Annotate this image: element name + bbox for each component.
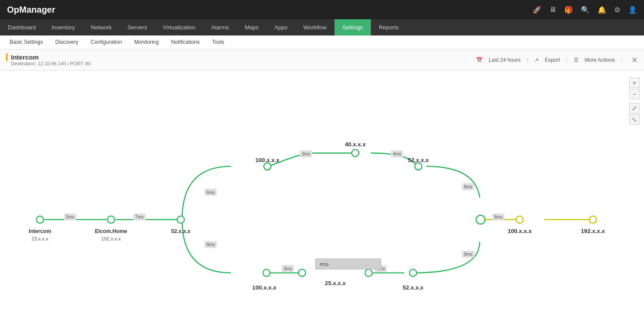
zoom-in-button[interactable]: + bbox=[629, 78, 640, 88]
svg-text:192.x.x.x: 192.x.x.x bbox=[581, 228, 605, 234]
app-logo: OpManager bbox=[7, 5, 55, 15]
export-icon: ↗ bbox=[534, 57, 539, 63]
monitor-icon[interactable]: 🖥 bbox=[549, 6, 556, 14]
svg-text:9ms: 9ms bbox=[464, 252, 472, 257]
nav-network[interactable]: Network bbox=[83, 19, 120, 35]
svg-point-17 bbox=[516, 216, 523, 223]
calendar-icon: 📅 bbox=[476, 57, 483, 63]
svg-point-16 bbox=[476, 215, 485, 224]
svg-text:3ms: 3ms bbox=[284, 266, 292, 271]
svg-point-14 bbox=[365, 269, 372, 276]
topbar: OpManager 🚀 🖥 🎁 🔍 🔔 ⚙ 👤 bbox=[0, 0, 644, 19]
svg-text:40.x.x.x: 40.x.x.x bbox=[345, 141, 366, 148]
gift-icon[interactable]: 🎁 bbox=[564, 6, 573, 14]
svg-point-9 bbox=[264, 163, 271, 170]
subnav-discovery[interactable]: Discovery bbox=[49, 35, 85, 49]
more-actions-button[interactable]: More Actions bbox=[585, 57, 615, 63]
zoom-out-button[interactable]: − bbox=[629, 89, 640, 99]
network-diagram: 5ms 7ms 6ms 3ms 4ms 9ms 8ms 3ms 4ms bbox=[0, 71, 644, 311]
svg-point-8 bbox=[177, 216, 184, 223]
svg-text:rrcs-: rrcs- bbox=[320, 262, 330, 267]
sub-navbar: Basic Settings Discovery Configuration M… bbox=[0, 35, 644, 49]
subnav-monitoring[interactable]: Monitoring bbox=[128, 35, 165, 49]
svg-point-18 bbox=[589, 216, 596, 223]
nav-settings[interactable]: Settings bbox=[334, 19, 371, 35]
network-canvas-container: + − ⤢ ⤡ bbox=[0, 71, 644, 311]
svg-text:Intercom: Intercom bbox=[29, 228, 51, 234]
topbar-icons: 🚀 🖥 🎁 🔍 🔔 ⚙ 👤 bbox=[533, 6, 637, 14]
main-navbar: Dashboard Inventory Network Servers Virt… bbox=[0, 19, 644, 35]
expand-button[interactable]: ⤢ bbox=[629, 103, 640, 113]
nav-inventory[interactable]: Inventory bbox=[44, 19, 83, 35]
svg-text:9ms: 9ms bbox=[464, 184, 472, 189]
svg-point-12 bbox=[263, 269, 270, 276]
svg-text:100.x.x.x: 100.x.x.x bbox=[255, 157, 280, 163]
export-button[interactable]: Export bbox=[545, 57, 560, 63]
nav-alarms[interactable]: Alarms bbox=[203, 19, 237, 35]
svg-point-6 bbox=[36, 216, 43, 223]
nav-servers[interactable]: Servers bbox=[120, 19, 155, 35]
svg-text:23.x.x.x: 23.x.x.x bbox=[32, 236, 49, 241]
svg-text:192.x.x.x: 192.x.x.x bbox=[101, 236, 121, 241]
content-header: Intercom Destination: 12.10.94.145 | POR… bbox=[0, 49, 644, 71]
subnav-basic-settings[interactable]: Basic Settings bbox=[4, 35, 49, 49]
svg-text:52.x.x.x: 52.x.x.x bbox=[408, 157, 429, 163]
time-range-label[interactable]: Last 24 hours bbox=[489, 57, 521, 63]
search-icon[interactable]: 🔍 bbox=[581, 6, 590, 14]
page-title: Intercom bbox=[6, 53, 91, 61]
bell-icon[interactable]: 🔔 bbox=[598, 6, 606, 14]
svg-text:25.x.x.x: 25.x.x.x bbox=[325, 280, 346, 286]
canvas-area: + − ⤢ ⤡ bbox=[0, 71, 644, 311]
svg-text:7ms: 7ms bbox=[135, 215, 144, 219]
menu-icon: ☰ bbox=[574, 57, 579, 63]
nav-maps[interactable]: Maps bbox=[237, 19, 267, 35]
header-actions: 📅 Last 24 hours | ↗ Export | ☰ More Acti… bbox=[476, 55, 638, 65]
svg-text:52.x.x.x: 52.x.x.x bbox=[402, 284, 423, 291]
svg-point-15 bbox=[409, 269, 416, 276]
svg-text:Elcom.Home: Elcom.Home bbox=[95, 228, 128, 234]
svg-point-7 bbox=[107, 216, 114, 223]
svg-text:8ms: 8ms bbox=[494, 215, 502, 219]
collapse-button[interactable]: ⤡ bbox=[629, 114, 640, 125]
title-block: Intercom Destination: 12.10.94.145 | POR… bbox=[6, 53, 91, 66]
svg-text:4ms: 4ms bbox=[393, 152, 401, 156]
close-button[interactable]: ✕ bbox=[631, 55, 638, 65]
svg-point-10 bbox=[352, 149, 359, 156]
svg-text:5ms: 5ms bbox=[66, 215, 75, 219]
svg-text:6ms: 6ms bbox=[206, 190, 215, 195]
svg-point-11 bbox=[415, 163, 422, 170]
subnav-notifications[interactable]: Notifications bbox=[165, 35, 206, 49]
user-icon[interactable]: 👤 bbox=[628, 6, 637, 14]
page-subtitle: Destination: 12.10.94.145 | PORT: 80 bbox=[6, 61, 91, 66]
gear-icon[interactable]: ⚙ bbox=[614, 6, 620, 14]
zoom-controls: + − ⤢ ⤡ bbox=[629, 78, 640, 125]
subnav-configuration[interactable]: Configuration bbox=[85, 35, 128, 49]
svg-text:8ms: 8ms bbox=[206, 242, 215, 247]
svg-text:100.x.x.x: 100.x.x.x bbox=[508, 228, 532, 234]
nav-reports[interactable]: Reports bbox=[371, 19, 407, 35]
subnav-tools[interactable]: Tools bbox=[206, 35, 231, 49]
rocket-icon[interactable]: 🚀 bbox=[533, 6, 541, 14]
nav-virtualization[interactable]: Virtualization bbox=[155, 19, 203, 35]
svg-text:52.x.x.x: 52.x.x.x bbox=[171, 228, 190, 234]
nav-workflow[interactable]: Workflow bbox=[295, 19, 334, 35]
nav-apps[interactable]: Apps bbox=[267, 19, 295, 35]
svg-text:3ms: 3ms bbox=[302, 152, 310, 156]
svg-text:100.x.x.x: 100.x.x.x bbox=[252, 284, 277, 291]
svg-point-13 bbox=[299, 269, 306, 276]
nav-dashboard[interactable]: Dashboard bbox=[0, 19, 44, 35]
